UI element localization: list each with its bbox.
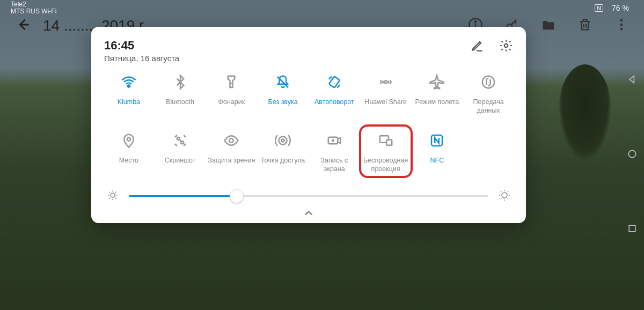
brightness-slider[interactable] xyxy=(129,195,488,197)
svg-rect-28 xyxy=(386,140,392,145)
brightness-low-icon xyxy=(106,189,119,204)
flashlight-icon xyxy=(219,70,243,94)
svg-point-12 xyxy=(504,44,508,48)
svg-point-18 xyxy=(127,138,130,141)
svg-point-16 xyxy=(384,81,387,84)
huawei-share-tile[interactable]: Huawei Share xyxy=(361,70,411,115)
svg-point-20 xyxy=(181,142,184,144)
wifi-tile[interactable]: Klumba xyxy=(104,70,153,115)
brightness-thumb[interactable] xyxy=(230,189,244,203)
system-nav-bar xyxy=(623,0,642,310)
screenshot-tile[interactable]: Скриншот xyxy=(156,129,205,173)
svg-point-22 xyxy=(230,139,234,143)
folder-icon[interactable] xyxy=(541,17,556,34)
nfc-label: NFC xyxy=(430,157,444,165)
wifi-label: Klumba xyxy=(118,98,140,107)
edit-icon[interactable] xyxy=(470,39,484,55)
bluetooth-icon xyxy=(169,70,192,94)
location-tile[interactable]: Место xyxy=(104,129,153,173)
svg-point-32 xyxy=(628,150,635,157)
mute-tile[interactable]: Без звука xyxy=(258,70,308,115)
nfc-status-icon: N xyxy=(595,4,603,12)
screenshot-icon xyxy=(169,129,192,152)
eye-icon xyxy=(219,129,243,152)
nfc-icon xyxy=(425,129,449,152)
mobile-data-tile[interactable]: Передача данных xyxy=(464,70,513,115)
huawei-share-icon xyxy=(374,70,398,94)
hotspot-icon xyxy=(271,129,295,152)
qs-time: 16:45 xyxy=(104,39,179,53)
svg-line-21 xyxy=(179,139,181,142)
quick-settings-panel: 16:45 Пятница, 16 августа Klumba Bluetoo… xyxy=(91,27,526,223)
nav-home-icon[interactable] xyxy=(627,149,638,161)
eye-comfort-label: Защита зрения xyxy=(208,157,255,165)
eye-comfort-tile[interactable]: Защита зрения xyxy=(207,129,257,173)
brightness-slider-row xyxy=(104,189,513,204)
mobile-data-label: Передача данных xyxy=(464,98,513,115)
svg-point-23 xyxy=(282,139,284,142)
flashlight-label: Фонарик xyxy=(218,98,245,107)
wireless-projection-tile[interactable]: Беспроводная проекция xyxy=(361,129,411,173)
airplane-tile[interactable]: Режим полета xyxy=(413,70,462,115)
svg-point-24 xyxy=(279,137,287,145)
bluetooth-tile[interactable]: Bluetooth xyxy=(156,70,205,115)
screen-record-icon xyxy=(323,129,346,152)
svg-point-17 xyxy=(482,76,495,88)
screen-record-label: Запись с экрана xyxy=(310,157,358,173)
brightness-high-icon xyxy=(498,189,511,204)
svg-point-13 xyxy=(128,85,130,87)
qs-date: Пятница, 16 августа xyxy=(104,54,179,63)
autorotate-icon xyxy=(323,70,346,94)
hotspot-label: Точка доступа xyxy=(261,157,305,165)
svg-point-26 xyxy=(332,139,334,142)
mute-icon xyxy=(271,70,295,94)
nav-recent-icon[interactable] xyxy=(627,223,638,236)
hotspot-tile[interactable]: Точка доступа xyxy=(258,129,308,173)
expand-handle[interactable] xyxy=(104,209,513,218)
svg-rect-33 xyxy=(629,225,635,232)
mobile-data-icon xyxy=(477,70,500,94)
svg-point-19 xyxy=(177,137,179,140)
trash-icon[interactable] xyxy=(577,17,592,34)
airplane-icon xyxy=(425,70,449,94)
huawei-share-label: Huawei Share xyxy=(364,98,407,107)
airplane-label: Режим полета xyxy=(415,98,459,107)
flashlight-tile[interactable]: Фонарик xyxy=(207,70,257,115)
svg-point-30 xyxy=(111,193,115,197)
screenshot-label: Скриншот xyxy=(165,157,196,165)
back-icon[interactable] xyxy=(15,17,30,34)
cast-icon xyxy=(374,129,398,152)
nfc-tile[interactable]: NFC xyxy=(413,129,462,173)
mute-label: Без звука xyxy=(268,98,298,107)
carrier-2: MTS RUS Wi-Fi xyxy=(11,8,56,15)
svg-point-6 xyxy=(475,21,476,22)
bluetooth-label: Bluetooth xyxy=(166,98,194,107)
wifi-icon xyxy=(117,70,141,94)
status-bar: Tele2 MTS RUS Wi-Fi N 76 % xyxy=(0,0,644,16)
nav-back-icon[interactable] xyxy=(627,74,638,87)
location-icon xyxy=(117,129,141,152)
autorotate-tile[interactable]: Автоповорот xyxy=(310,70,359,115)
autorotate-label: Автоповорот xyxy=(314,98,354,107)
location-label: Место xyxy=(119,157,138,165)
svg-point-31 xyxy=(502,193,507,198)
settings-icon[interactable] xyxy=(499,39,513,55)
cast-label: Беспроводная проекция xyxy=(362,157,410,173)
screen-record-tile[interactable]: Запись с экрана xyxy=(310,129,359,173)
